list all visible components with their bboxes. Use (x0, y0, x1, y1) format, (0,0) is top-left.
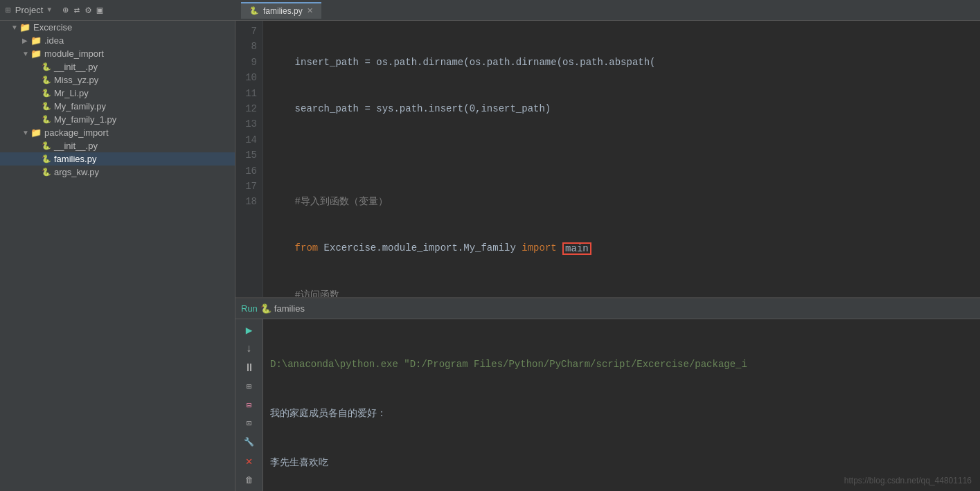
project-dropdown-arrow[interactable]: ▼ (47, 6, 51, 14)
run-tab-filename: families (274, 303, 305, 314)
window-icon: ⊞ (6, 5, 11, 16)
tree-label: Miss_yz.py (54, 75, 98, 85)
tree-label: .idea (44, 35, 64, 46)
terminal-tab-bar: Run 🐍 families (235, 298, 980, 319)
tree-label: Mr_Li.py (54, 88, 89, 98)
diff-button[interactable]: ⊟ (242, 399, 257, 412)
terminal-content: ▶ ↓ ⏸ ⊞ ⊟ ⊡ 🔧 ✕ 🗑 D:\anaconda\python.exe… (235, 319, 980, 491)
tree-item-args-kw[interactable]: 🐍 args_kw.py (0, 166, 235, 179)
main-area: ▼ 📁 Excercise ▶ 📁 .idea ▼ 📁 module_impor… (0, 21, 980, 491)
tab-filename: families.py (263, 6, 303, 16)
file-tree: ▼ 📁 Excercise ▶ 📁 .idea ▼ 📁 module_impor… (0, 21, 235, 491)
new-file-icon[interactable]: ⊕ (62, 4, 68, 16)
expand-arrow: ▶ (22, 37, 30, 44)
tree-item-module-import[interactable]: ▼ 📁 module_import (0, 47, 235, 60)
tree-item-miss-yz[interactable]: 🐍 Miss_yz.py (0, 73, 235, 87)
tree-label: My_family.py (54, 101, 106, 111)
py-file-icon: 🐍 (42, 168, 51, 177)
code-line-10: #导入到函数（变量） (271, 194, 972, 209)
py-file-icon: 🐍 (42, 141, 51, 150)
run-label: Run (241, 303, 258, 314)
code-line-11: from Excercise.module_import.My_family i… (271, 240, 972, 256)
expand-arrow: ▼ (11, 24, 19, 31)
folder-icon: 📁 (19, 22, 30, 33)
code-editor: 7 8 9 10 11 12 13 14 15 16 17 18 insert_… (235, 21, 980, 297)
tree-label: args_kw.py (54, 167, 99, 177)
expand-arrow: ▼ (22, 129, 30, 136)
trash-button[interactable]: 🗑 (242, 474, 257, 487)
tab-bar: 🐍 families.py ✕ (241, 2, 321, 19)
tree-root-excercise[interactable]: ▼ 📁 Excercise (0, 21, 235, 34)
run-tab-icon: 🐍 (260, 303, 271, 314)
py-file-icon: 🐍 (42, 89, 51, 98)
watermark: https://blog.csdn.net/qq_44801116 (844, 476, 972, 485)
tree-label: My_family_1.py (54, 114, 116, 125)
output-line-2: 我的家庭成员各自的爱好： (270, 406, 973, 422)
tab-families-py[interactable]: 🐍 families.py ✕ (241, 2, 321, 19)
code-line-7: insert_path = os.path.dirname(os.path.di… (271, 55, 972, 70)
highlight-main-import: main (562, 242, 591, 255)
run-tab[interactable]: Run 🐍 families (241, 303, 305, 314)
py-file-icon: 🐍 (42, 115, 51, 124)
py-file-icon: 🐍 (42, 62, 51, 71)
expand-arrow: ▼ (22, 50, 30, 57)
tree-item-mr-li[interactable]: 🐍 Mr_Li.py (0, 87, 235, 100)
settings-icon[interactable]: ⚙ (85, 4, 91, 16)
tree-item-init-py-1[interactable]: 🐍 __init__.py (0, 60, 235, 73)
title-bar: ⊞ Project ▼ ⊕ ⇄ ⚙ ▣ 🐍 families.py ✕ (0, 0, 980, 21)
copy-button[interactable]: ⊡ (242, 417, 257, 430)
tab-close-icon[interactable]: ✕ (307, 6, 313, 15)
tree-label: __init__.py (54, 141, 98, 151)
format-button[interactable]: ⊞ (242, 380, 257, 393)
title-bar-left: ⊞ Project ▼ ⊕ ⇄ ⚙ ▣ (6, 4, 241, 16)
tree-item-families-py[interactable]: 🐍 families.py (0, 152, 235, 166)
code-line-9 (271, 148, 972, 163)
run-button[interactable]: ▶ (242, 323, 257, 337)
code-line-8: search_path = sys.path.insert(0,insert_p… (271, 101, 972, 116)
output-line-3: 李先生喜欢吃 (270, 455, 973, 472)
py-file-icon: 🐍 (42, 75, 51, 84)
wrench-button[interactable]: 🔧 (242, 436, 257, 449)
scroll-down-button[interactable]: ↓ (242, 343, 257, 356)
pause-button[interactable]: ⏸ (242, 361, 257, 375)
tree-label: package_import (44, 127, 109, 138)
tree-label: __init__.py (54, 62, 98, 72)
folder-icon: 📁 (30, 127, 42, 138)
sync-icon[interactable]: ⇄ (74, 4, 80, 16)
output-line-1: D:\anaconda\python.exe "D:/Program Files… (270, 357, 973, 373)
terminal-output: D:\anaconda\python.exe "D:/Program Files… (263, 319, 980, 491)
code-content: 7 8 9 10 11 12 13 14 15 16 17 18 insert_… (235, 21, 980, 297)
code-line-12: #访问函数 (271, 287, 972, 297)
stop-button[interactable]: ✕ (242, 454, 257, 468)
project-label: Project (15, 5, 43, 15)
line-numbers: 7 8 9 10 11 12 13 14 15 16 17 18 (235, 21, 263, 297)
folder-icon: 📁 (30, 35, 42, 46)
file-tab-icon: 🐍 (249, 6, 259, 15)
folder-icon: 📁 (30, 48, 42, 59)
tree-label: module_import (44, 48, 104, 59)
toolbar-icons: ⊕ ⇄ ⚙ ▣ (62, 4, 103, 16)
terminal-area: Run 🐍 families ▶ ↓ ⏸ ⊞ ⊟ ⊡ 🔧 ✕ 🗑 (235, 297, 980, 491)
tree-label: Excercise (33, 22, 72, 33)
expand-icon[interactable]: ▣ (97, 4, 103, 16)
tree-item-my-family[interactable]: 🐍 My_family.py (0, 100, 235, 113)
tree-item-idea[interactable]: ▶ 📁 .idea (0, 34, 235, 47)
tree-item-package-import[interactable]: ▼ 📁 package_import (0, 126, 235, 139)
py-file-icon: 🐍 (42, 154, 51, 163)
tree-item-my-family-1[interactable]: 🐍 My_family_1.py (0, 113, 235, 126)
tree-item-init-py-2[interactable]: 🐍 __init__.py (0, 139, 235, 152)
code-text-area[interactable]: insert_path = os.path.dirname(os.path.di… (263, 21, 980, 297)
terminal-sidebar: ▶ ↓ ⏸ ⊞ ⊟ ⊡ 🔧 ✕ 🗑 (235, 319, 263, 491)
tree-label: families.py (54, 154, 96, 164)
py-file-icon: 🐍 (42, 102, 51, 111)
